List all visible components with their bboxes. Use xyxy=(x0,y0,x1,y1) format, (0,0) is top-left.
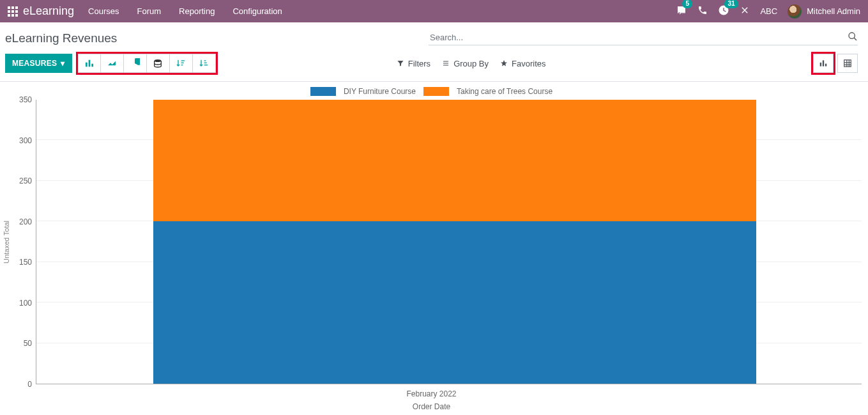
y-axis-ticks: 0 50 100 150 200 250 300 350 xyxy=(11,100,36,384)
svg-rect-0 xyxy=(8,6,10,9)
company-switcher[interactable]: ABC xyxy=(760,6,777,16)
svg-rect-13 xyxy=(91,64,93,67)
svg-line-10 xyxy=(854,38,857,40)
svg-rect-20 xyxy=(825,64,826,67)
legend-swatch-series-1 xyxy=(423,87,449,96)
page-title: eLearning Revenues xyxy=(5,31,117,45)
stacked-button[interactable] xyxy=(147,54,170,73)
legend-swatch-series-0 xyxy=(310,87,336,96)
svg-rect-2 xyxy=(15,6,18,9)
pie-chart-button[interactable] xyxy=(124,54,147,73)
legend-label-series-1[interactable]: Taking care of Trees Course xyxy=(457,87,552,96)
menu-reporting[interactable]: Reporting xyxy=(179,6,215,16)
svg-rect-18 xyxy=(820,63,821,67)
bar-category-0[interactable] xyxy=(153,100,756,384)
legend-label-series-0[interactable]: DIY Furniture Course xyxy=(344,87,416,96)
plot xyxy=(36,100,862,384)
chart-area: DIY Furniture Course Taking care of Tree… xyxy=(0,82,868,415)
svg-rect-11 xyxy=(86,63,88,67)
activity-badge: 31 xyxy=(724,0,738,8)
user-name: Mitchell Admin xyxy=(807,6,860,16)
user-menu[interactable]: Mitchell Admin xyxy=(788,4,860,19)
ytick: 300 xyxy=(19,136,32,145)
svg-point-14 xyxy=(155,59,162,62)
chart-options-group xyxy=(76,52,218,75)
groupby-button[interactable]: Group By xyxy=(442,59,489,68)
pivot-view-button[interactable] xyxy=(837,54,858,73)
main-menu: Courses Forum Reporting Configuration xyxy=(88,6,282,16)
svg-rect-7 xyxy=(11,14,14,17)
messages-icon[interactable]: 5 xyxy=(676,4,687,18)
favorites-button[interactable]: Favorites xyxy=(500,59,545,68)
bar-segment-series-1 xyxy=(153,100,756,221)
app-brand[interactable]: eLearning xyxy=(23,4,74,18)
apps-icon[interactable] xyxy=(8,6,18,17)
ytick: 150 xyxy=(19,258,32,267)
debug-icon[interactable] xyxy=(740,5,750,17)
bar-segment-series-0 xyxy=(153,221,756,384)
y-axis-label: Untaxed Total xyxy=(1,100,11,384)
x-axis-label: Order Date xyxy=(1,402,862,411)
svg-rect-5 xyxy=(15,10,18,13)
svg-rect-21 xyxy=(844,60,851,67)
activity-icon[interactable]: 31 xyxy=(718,4,729,18)
favorites-label: Favorites xyxy=(512,59,545,68)
chart-legend: DIY Furniture Course Taking care of Tree… xyxy=(1,87,862,96)
graph-view-button[interactable] xyxy=(813,54,834,73)
nav-right: 5 31 ABC Mitchell Admin xyxy=(676,4,860,19)
ytick: 50 xyxy=(24,339,32,348)
line-chart-button[interactable] xyxy=(101,54,124,73)
filters-button[interactable]: Filters xyxy=(397,59,430,68)
bar-chart-button[interactable] xyxy=(78,54,101,73)
svg-rect-1 xyxy=(11,6,14,9)
messages-badge: 5 xyxy=(682,0,692,8)
svg-rect-12 xyxy=(88,60,90,67)
ytick: 250 xyxy=(19,176,32,185)
groupby-label: Group By xyxy=(453,59,489,68)
ytick: 200 xyxy=(19,217,32,226)
navbar: eLearning Courses Forum Reporting Config… xyxy=(0,0,868,22)
svg-rect-4 xyxy=(11,10,14,13)
menu-courses[interactable]: Courses xyxy=(88,6,119,16)
view-switcher xyxy=(813,54,858,73)
svg-point-9 xyxy=(849,33,855,38)
avatar xyxy=(788,4,802,19)
measures-button[interactable]: MEASURES ▾ xyxy=(5,54,72,73)
filters-label: Filters xyxy=(408,59,430,68)
ytick: 350 xyxy=(19,95,32,104)
ytick: 0 xyxy=(27,380,32,389)
control-panel: eLearning Revenues MEASURES ▾ xyxy=(0,22,868,82)
sort-desc-button[interactable] xyxy=(170,54,193,73)
menu-forum[interactable]: Forum xyxy=(137,6,162,16)
menu-configuration[interactable]: Configuration xyxy=(232,6,282,16)
search-toolbar: Filters Group By Favorites xyxy=(397,59,546,68)
phone-icon[interactable] xyxy=(697,5,708,17)
sort-asc-button[interactable] xyxy=(193,54,216,73)
search-icon[interactable] xyxy=(848,31,858,43)
measures-label: MEASURES xyxy=(12,59,57,68)
search-bar xyxy=(429,30,858,45)
search-input[interactable] xyxy=(429,30,848,45)
svg-rect-3 xyxy=(8,10,10,13)
x-tick-0: February 2022 xyxy=(1,389,862,398)
ytick: 100 xyxy=(19,299,32,308)
caret-down-icon: ▾ xyxy=(61,59,65,68)
svg-rect-19 xyxy=(823,60,824,66)
svg-rect-8 xyxy=(15,14,18,17)
svg-rect-6 xyxy=(8,14,10,17)
